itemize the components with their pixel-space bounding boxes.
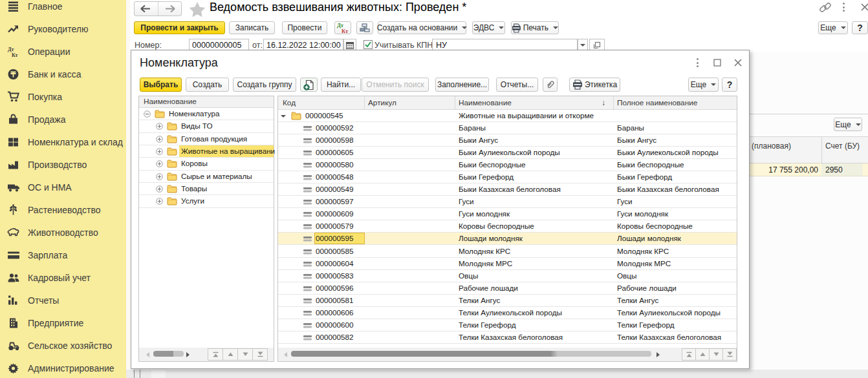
svg-text:Кт: Кт bbox=[342, 28, 349, 34]
svg-text:Дт: Дт bbox=[8, 46, 14, 52]
svg-text:Кт: Кт bbox=[12, 52, 18, 58]
